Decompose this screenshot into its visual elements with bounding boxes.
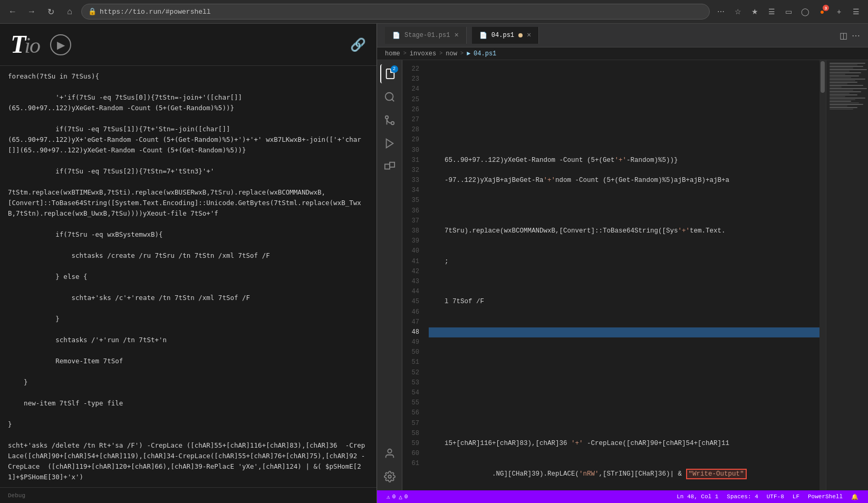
svg-rect-6 — [390, 162, 394, 167]
activity-explorer[interactable]: 2 — [380, 64, 399, 83]
split-editor-button[interactable]: ◫ — [840, 31, 847, 41]
line-num-35: 35 — [402, 196, 419, 206]
svg-marker-4 — [386, 139, 393, 148]
svg-rect-5 — [384, 164, 389, 169]
activity-bar-bottom — [380, 444, 399, 490]
svg-line-1 — [392, 99, 394, 101]
breadcrumb-home[interactable]: home — [385, 50, 400, 57]
code-line-39 — [429, 236, 819, 246]
sync-button[interactable]: + — [832, 5, 846, 18]
profile-button[interactable]: ◯ — [798, 5, 812, 18]
tio-toolbar: Tio ▶ 🔗 — [0, 24, 377, 66]
tab-04ps1[interactable]: 📄 04.ps1 × — [472, 27, 539, 44]
tab-button[interactable]: ▭ — [782, 5, 795, 18]
code-line-55 — [429, 398, 819, 408]
code-line-60 — [429, 449, 819, 459]
more-actions-button[interactable]: ⋯ — [852, 31, 860, 41]
code-line-32 — [429, 166, 819, 176]
tab-stage01[interactable]: 📄 Stage-01.ps1 × — [385, 27, 467, 44]
code-line-56 — [429, 408, 819, 418]
line-num-37: 37 — [402, 216, 419, 226]
line-num-25: 25 — [402, 95, 419, 105]
main-area: Tio ▶ 🔗 foreach(7tSu in 7tSus){ '+'if(7t… — [0, 24, 868, 503]
debug-label: Debug — [8, 492, 25, 499]
tab-04ps1-label: 04.ps1 — [491, 32, 514, 39]
activity-run-debug[interactable] — [380, 134, 399, 153]
code-line-45: l 7tSof /F — [429, 297, 819, 307]
menu-button[interactable]: ☰ — [849, 5, 863, 18]
code-line-34 — [429, 186, 819, 196]
tio-run-button[interactable]: ▶ — [50, 34, 71, 55]
address-bar[interactable]: 🔒 https://tio.run/#powershell — [81, 4, 710, 20]
warning-count: 0 — [404, 494, 408, 500]
status-spaces[interactable]: Spaces: 4 — [722, 494, 762, 500]
line-num-49: 49 — [402, 337, 419, 347]
code-line-37 — [429, 216, 819, 226]
minimap-content — [826, 60, 868, 490]
editor-scrollbar[interactable] — [819, 60, 826, 490]
addons-button[interactable]: ● 3 — [815, 5, 829, 18]
status-notifications[interactable]: 🔔 — [847, 494, 863, 500]
home-button[interactable]: ⌂ — [62, 4, 77, 19]
back-button[interactable]: ← — [5, 4, 20, 19]
browser-icons: ⋯ ☆ ★ ☰ ▭ ◯ ● 3 + ☰ — [714, 5, 863, 18]
status-language[interactable]: PowerShell — [804, 494, 847, 500]
code-line-42 — [429, 267, 819, 277]
forward-button[interactable]: → — [24, 4, 39, 19]
code-editor[interactable]: 65..90+97..122)yXeGet-Random -Count (5+(… — [423, 60, 819, 490]
reload-button[interactable]: ↻ — [43, 4, 58, 19]
bookmark-button[interactable]: ☆ — [731, 5, 745, 18]
editor-area: 22 23 24 25 26 27 28 29 30 31 32 33 34 3… — [402, 60, 868, 490]
line-num-59: 59 — [402, 439, 419, 449]
status-right: Ln 48, Col 1 Spaces: 4 UTF-8 LF PowerShe… — [672, 494, 863, 500]
breadcrumb-invoxes[interactable]: invoxes — [410, 50, 436, 57]
activity-account[interactable] — [380, 444, 399, 463]
breadcrumb-sep-3: > — [460, 51, 464, 56]
vscode-statusbar: ⚠ 0 △ 0 Ln 48, Col 1 Spaces: 4 UTF-8 LF — [377, 490, 868, 503]
tio-code-area[interactable]: foreach(7tSu in 7tSus){ '+'if(7tSu -eq 7… — [0, 66, 377, 487]
code-line-48 — [429, 327, 819, 337]
line-num-26: 26 — [402, 105, 419, 115]
line-num-40: 40 — [402, 246, 419, 256]
status-errors[interactable]: ⚠ 0 △ 0 — [382, 490, 412, 503]
line-num-36: 36 — [402, 206, 419, 216]
line-num-24: 24 — [402, 84, 419, 94]
code-line-28 — [429, 125, 819, 135]
code-line-36 — [429, 206, 819, 216]
scrollbar-thumb[interactable] — [821, 61, 825, 93]
activity-source-control[interactable] — [380, 111, 399, 130]
status-encoding[interactable]: UTF-8 — [763, 494, 788, 500]
code-line-51 — [429, 357, 819, 367]
code-line-29 — [429, 135, 819, 145]
extensions-button[interactable]: ⋯ — [714, 5, 728, 18]
tab-stage01-close[interactable]: × — [454, 31, 458, 40]
activity-settings[interactable] — [380, 467, 399, 486]
line-num-56: 56 — [402, 408, 419, 418]
line-num-55: 55 — [402, 398, 419, 408]
star-button[interactable]: ★ — [748, 5, 761, 18]
library-button[interactable]: ☰ — [765, 5, 778, 18]
tab-04ps1-close[interactable]: × — [527, 31, 531, 40]
line-num-33: 33 — [402, 176, 419, 186]
breadcrumb-file-icon: ► — [467, 50, 470, 57]
breadcrumb-now[interactable]: now — [446, 50, 457, 57]
code-line-35 — [429, 196, 819, 206]
code-line-57 — [429, 419, 819, 429]
breadcrumb-file[interactable]: 04.ps1 — [474, 50, 496, 57]
status-position[interactable]: Ln 48, Col 1 — [672, 494, 722, 500]
activity-extensions[interactable] — [380, 157, 399, 176]
line-num-51: 51 — [402, 357, 419, 367]
activity-search[interactable] — [380, 88, 399, 107]
vscode-title-icons: ◫ ⋯ — [840, 31, 860, 41]
vscode-panel: 📄 Stage-01.ps1 × 📄 04.ps1 × ◫ ⋯ home > i… — [377, 24, 868, 503]
line-num-27: 27 — [402, 115, 419, 125]
code-line-52 — [429, 368, 819, 378]
status-line-ending[interactable]: LF — [788, 494, 804, 500]
breadcrumb-sep-2: > — [439, 51, 442, 56]
minimap — [826, 60, 868, 490]
tab-stage01-label: Stage-01.ps1 — [404, 32, 450, 39]
breadcrumb-sep-1: > — [403, 51, 407, 56]
line-num-23: 23 — [402, 74, 419, 84]
tio-link-button[interactable]: 🔗 — [350, 37, 366, 52]
line-num-46: 46 — [402, 307, 419, 317]
